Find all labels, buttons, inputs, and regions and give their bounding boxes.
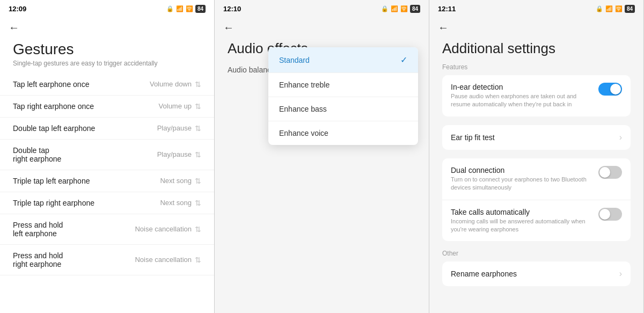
other-card: Rename earphones › xyxy=(442,261,631,286)
toggle-thumb xyxy=(610,84,621,94)
gesture-name: Tap left earphone once xyxy=(13,80,89,89)
gesture-action: Volume up ⇅ xyxy=(159,102,201,111)
dual-connection-text: Dual connection Turn on to connect your … xyxy=(451,166,592,192)
gesture-triple-tap-left[interactable]: Triple tap left earphone Next song ⇅ xyxy=(0,170,214,192)
gestures-screen: 12:09 🔒 📶 🛜 84 ← Gestures Single-tap ges… xyxy=(0,0,215,313)
gesture-action: Play/pause ⇅ xyxy=(157,124,201,133)
toggle-thumb xyxy=(599,167,610,178)
additional-settings-title: Additional settings xyxy=(442,40,631,57)
in-ear-title: In-ear detection xyxy=(451,83,592,91)
gestures-subtitle: Single-tap gestures are easy to trigger … xyxy=(13,60,201,67)
toggle-thumb xyxy=(599,209,610,220)
ear-tip-row[interactable]: Ear tip fit test › xyxy=(442,125,631,150)
time-2: 12:10 xyxy=(223,5,241,13)
status-bar-1: 12:09 🔒 📶 🛜 84 xyxy=(0,0,214,15)
gesture-action: Noise cancellation ⇅ xyxy=(135,256,201,264)
dropdown-item-standard[interactable]: Standard ✓ xyxy=(268,47,418,73)
gesture-triple-tap-right[interactable]: Triple tap right earphone Next song ⇅ xyxy=(0,192,214,214)
lock-icon: 🔒 xyxy=(381,5,389,12)
time-3: 12:11 xyxy=(438,5,456,13)
dropdown-item-label: Enhance treble xyxy=(279,81,330,89)
gesture-action: Noise cancellation ⇅ xyxy=(135,225,201,234)
signal-icon: 📶 xyxy=(605,5,613,12)
dual-connection-control xyxy=(598,166,622,179)
gesture-name: Triple tap left earphone xyxy=(13,177,90,185)
take-calls-toggle[interactable] xyxy=(598,208,622,221)
sort-icon: ⇅ xyxy=(195,199,201,207)
gestures-header: Gestures Single-tap gestures are easy to… xyxy=(0,36,214,69)
gestures-title: Gestures xyxy=(13,40,201,59)
action-label: Volume down xyxy=(150,80,192,88)
status-bar-3: 12:11 🔒 📶 🛜 84 xyxy=(429,0,643,15)
dropdown-item-voice[interactable]: Enhance voice xyxy=(268,121,418,145)
gesture-action: Next song ⇅ xyxy=(160,177,201,185)
take-calls-control xyxy=(598,208,622,221)
wifi-icon: 🛜 xyxy=(615,5,623,12)
rename-label: Rename earphones xyxy=(451,270,517,278)
take-calls-row: Take calls automatically Incoming calls … xyxy=(442,200,631,242)
audio-effects-dropdown: Standard ✓ Enhance treble Enhance bass E… xyxy=(268,47,418,145)
audio-effects-screen: 12:10 🔒 📶 🛜 84 ← Audio effects Audio bal… xyxy=(215,0,429,313)
chevron-right-icon: › xyxy=(619,133,622,142)
gesture-name: Double tapright earphone xyxy=(13,146,61,163)
lock-icon: 🔒 xyxy=(166,5,174,12)
take-calls-text: Take calls automatically Incoming calls … xyxy=(451,208,592,234)
ear-tip-title: Ear tip fit test xyxy=(451,133,495,142)
action-label: Noise cancellation xyxy=(135,225,192,233)
gesture-name: Triple tap right earphone xyxy=(13,199,94,207)
other-label: Other xyxy=(442,250,631,257)
gesture-tap-right-once[interactable]: Tap right earphone once Volume up ⇅ xyxy=(0,96,214,118)
battery-2: 84 xyxy=(410,5,420,13)
dropdown-item-treble[interactable]: Enhance treble xyxy=(268,73,418,97)
gesture-hold-right[interactable]: Press and holdright earphone Noise cance… xyxy=(0,245,214,275)
sort-icon: ⇅ xyxy=(195,225,201,234)
connections-card: Dual connection Turn on to connect your … xyxy=(442,158,631,242)
gesture-name: Press and holdleft earphone xyxy=(13,221,63,238)
time-1: 12:09 xyxy=(9,5,26,13)
take-calls-title: Take calls automatically xyxy=(451,208,592,216)
check-icon: ✓ xyxy=(400,55,407,65)
dropdown-item-label: Enhance bass xyxy=(279,105,327,113)
gesture-action: Volume down ⇅ xyxy=(150,80,201,89)
dual-connection-toggle[interactable] xyxy=(598,166,622,179)
wifi-icon: 🛜 xyxy=(186,5,193,12)
features-label: Features xyxy=(442,63,631,71)
back-button-3[interactable]: ← xyxy=(429,15,643,36)
gesture-name: Double tap left earphone xyxy=(13,124,95,133)
action-label: Play/pause xyxy=(157,150,192,158)
rename-row[interactable]: Rename earphones › xyxy=(442,261,631,286)
sort-icon: ⇅ xyxy=(195,177,201,185)
take-calls-desc: Incoming calls will be answered automati… xyxy=(451,217,592,234)
gesture-list: Tap left earphone once Volume down ⇅ Tap… xyxy=(0,69,214,280)
lock-icon: 🔒 xyxy=(596,5,603,12)
sort-icon: ⇅ xyxy=(195,256,201,264)
gesture-tap-left-once[interactable]: Tap left earphone once Volume down ⇅ xyxy=(0,74,214,96)
dual-connection-title: Dual connection xyxy=(451,166,592,174)
action-label: Noise cancellation xyxy=(135,256,192,264)
signal-icon: 📶 xyxy=(176,5,184,12)
back-button-2[interactable]: ← xyxy=(215,15,429,36)
in-ear-toggle[interactable] xyxy=(598,83,622,96)
sort-icon: ⇅ xyxy=(195,150,201,159)
in-ear-detection-row: In-ear detection Pause audio when earpho… xyxy=(442,75,631,117)
gesture-double-tap-right[interactable]: Double tapright earphone Play/pause ⇅ xyxy=(0,140,214,170)
gesture-hold-left[interactable]: Press and holdleft earphone Noise cancel… xyxy=(0,214,214,245)
status-icons-3: 🔒 📶 🛜 84 xyxy=(596,5,635,13)
dropdown-item-label: Standard xyxy=(279,56,310,64)
additional-settings-screen: 12:11 🔒 📶 🛜 84 ← Additional settings Fea… xyxy=(429,0,644,313)
action-label: Next song xyxy=(160,199,192,207)
wifi-icon: 🛜 xyxy=(400,5,408,12)
signal-icon: 📶 xyxy=(391,5,398,12)
gesture-double-tap-left[interactable]: Double tap left earphone Play/pause ⇅ xyxy=(0,118,214,140)
dual-connection-row: Dual connection Turn on to connect your … xyxy=(442,158,631,200)
gesture-action: Play/pause ⇅ xyxy=(157,150,201,159)
back-button-1[interactable]: ← xyxy=(0,15,214,36)
battery-1: 84 xyxy=(195,5,206,13)
dropdown-item-bass[interactable]: Enhance bass xyxy=(268,97,418,121)
sort-icon: ⇅ xyxy=(195,80,201,89)
additional-settings-content: Additional settings Features In-ear dete… xyxy=(429,36,643,290)
status-icons-2: 🔒 📶 🛜 84 xyxy=(381,5,420,13)
battery-3: 84 xyxy=(625,5,635,13)
action-label: Play/pause xyxy=(157,124,192,132)
dual-connection-desc: Turn on to connect your earphones to two… xyxy=(451,176,592,192)
